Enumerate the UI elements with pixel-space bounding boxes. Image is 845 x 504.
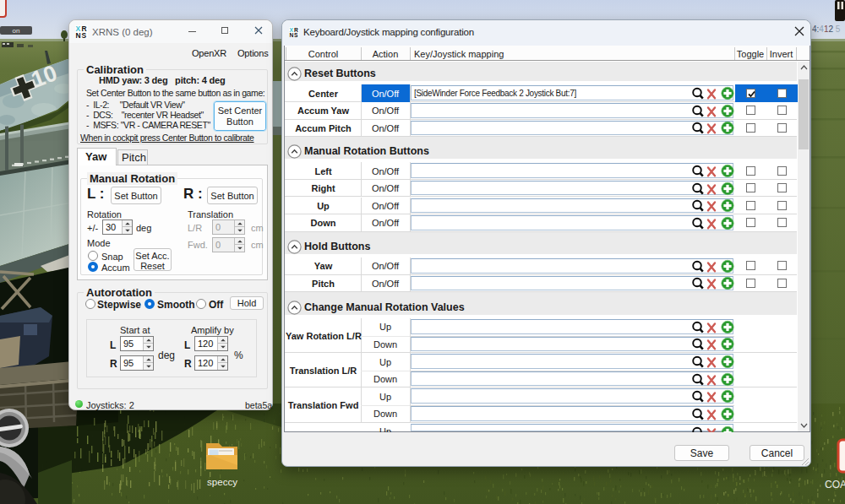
svg-text:S: S bbox=[82, 31, 87, 38]
svg-text:4:412 5: 4:412 5 bbox=[812, 24, 841, 34]
svg-text:S: S bbox=[294, 32, 298, 37]
svg-text:on: on bbox=[13, 27, 20, 35]
svg-text:N: N bbox=[289, 32, 293, 37]
svg-text:speccy: speccy bbox=[207, 477, 237, 487]
svg-text:N: N bbox=[75, 31, 80, 38]
svg-text:COA: COA bbox=[825, 479, 845, 490]
